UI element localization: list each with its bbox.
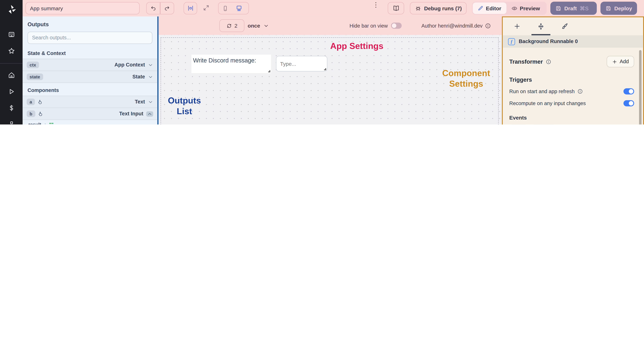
device-toggle-group: [218, 2, 249, 14]
settings-tabs: [503, 17, 643, 35]
tab-components-icon[interactable]: [537, 17, 545, 35]
chevron-up-icon[interactable]: [146, 111, 153, 116]
add-transformer-button[interactable]: Add: [606, 56, 634, 68]
pointer-hand-icon: [38, 99, 43, 104]
refresh-count-button[interactable]: 2: [219, 19, 244, 32]
debug-runs-label: Debug runs (7): [424, 5, 462, 11]
annotation-component-settings: ComponentSettings: [440, 68, 492, 89]
b-result-row[interactable]: result : "": [23, 120, 158, 124]
deploy-label: Deploy: [614, 5, 632, 11]
text-input-component[interactable]: [276, 56, 327, 72]
deploy-button[interactable]: Deploy: [600, 2, 637, 15]
recompute-toggle[interactable]: [624, 100, 634, 106]
runs-icon[interactable]: [6, 86, 17, 97]
app-settings-bar: 2 once Hide bar on view Author henri@win…: [158, 16, 502, 35]
a-badge: a: [27, 98, 35, 105]
more-menu-button[interactable]: ⋮: [372, 3, 377, 6]
author-label: Author henri@windmill.dev: [422, 23, 482, 28]
refresh-mode-select[interactable]: once: [248, 19, 269, 32]
draft-button[interactable]: Draft ⌘S: [550, 2, 597, 15]
info-icon: [578, 89, 583, 94]
hide-bar-toggle[interactable]: [391, 23, 402, 29]
events-heading: Events: [509, 115, 527, 121]
chevron-down-icon[interactable]: [148, 62, 153, 68]
state-type-label: State: [132, 74, 145, 80]
ctx-type-label: App Context: [114, 62, 145, 68]
undo-redo-group: [146, 2, 174, 14]
chevron-down-icon[interactable]: [148, 74, 153, 80]
selected-runnable-label: Background Runnable 0: [519, 38, 578, 44]
home-icon[interactable]: [6, 70, 17, 80]
result-value: "": [49, 122, 54, 124]
draft-label: Draft: [564, 5, 577, 11]
annotation-app-settings: App Settings: [330, 41, 384, 52]
component-settings-panel: f Background Runnable 0 Transformer Add …: [502, 16, 644, 124]
resize-handle[interactable]: [268, 70, 270, 72]
components-heading: Components: [23, 82, 158, 96]
mode-segmented-control: Editor Preview: [472, 2, 547, 15]
favorites-icon[interactable]: [6, 46, 17, 56]
refresh-mode-value: once: [248, 23, 260, 29]
type-input[interactable]: [276, 56, 327, 71]
annotation-outputs-list: OutputsList: [166, 95, 203, 116]
left-rail: [0, 0, 23, 124]
editor-tab-label: Editor: [486, 5, 501, 11]
output-row-state[interactable]: state State: [23, 71, 158, 83]
mobile-view-button[interactable]: [218, 2, 232, 14]
text-component-discord-label[interactable]: Write Discord message:: [192, 54, 271, 73]
app-summary-input[interactable]: [26, 2, 140, 14]
top-toolbar: ⋮ Debug runs (7) Editor Preview Draft ⌘S…: [23, 0, 644, 16]
outputs-panel: Outputs State & Context ctx App Context …: [23, 16, 158, 124]
undo-button[interactable]: [147, 2, 160, 14]
debug-runs-button[interactable]: Debug runs (7): [410, 2, 466, 14]
info-icon: [546, 59, 551, 64]
desktop-view-button[interactable]: [232, 2, 246, 14]
refresh-count: 2: [234, 23, 238, 29]
info-icon[interactable]: [485, 23, 491, 28]
state-context-heading: State & Context: [23, 46, 158, 59]
function-icon: f: [508, 38, 515, 45]
output-row-a[interactable]: a Text: [23, 96, 158, 108]
resize-handle[interactable]: [324, 68, 326, 70]
panel-scrollbar-thumb[interactable]: [639, 50, 642, 124]
windmill-logo-icon[interactable]: [6, 4, 17, 15]
redo-button[interactable]: [160, 2, 174, 14]
output-row-b[interactable]: b Text Input: [23, 108, 158, 120]
tab-editor[interactable]: Editor: [473, 2, 506, 14]
b-type-label: Text Input: [119, 111, 144, 117]
hide-bar-label: Hide bar on view: [350, 23, 388, 28]
tab-insert-plus-icon[interactable]: [514, 17, 521, 35]
a-type-label: Text: [135, 99, 145, 105]
fullscreen-button[interactable]: [203, 4, 210, 11]
ctx-badge: ctx: [27, 62, 39, 68]
pointer-hand-icon: [38, 111, 43, 116]
chevron-down-icon[interactable]: [148, 99, 153, 104]
triggers-heading: Triggers: [509, 76, 532, 83]
docs-book-button[interactable]: [388, 2, 404, 14]
resources-icon[interactable]: [6, 119, 17, 124]
app-canvas[interactable]: App Settings OutputsList ComponentSettin…: [158, 35, 502, 124]
result-key: result: [28, 122, 41, 124]
b-badge: b: [27, 110, 35, 117]
run-on-start-label: Run on start and app refresh: [509, 88, 574, 94]
run-on-start-toggle[interactable]: [624, 88, 634, 94]
tab-preview[interactable]: Preview: [506, 2, 545, 14]
outputs-title: Outputs: [23, 16, 158, 28]
preview-tab-label: Preview: [520, 5, 540, 11]
variables-icon[interactable]: [6, 103, 17, 114]
search-outputs-input[interactable]: [28, 32, 152, 44]
draft-shortcut: ⌘S: [580, 5, 588, 11]
center-layout-button[interactable]: [184, 2, 197, 14]
tab-styling-brush-icon[interactable]: [561, 17, 568, 35]
output-row-ctx[interactable]: ctx App Context: [23, 59, 158, 71]
selected-runnable-header[interactable]: f Background Runnable 0: [503, 35, 643, 48]
transformer-heading: Transformer: [509, 58, 543, 65]
state-badge: state: [27, 74, 43, 80]
rail-divider: [0, 63, 23, 64]
windmill-app-editor: ⋮ Debug runs (7) Editor Preview Draft ⌘S…: [0, 0, 644, 124]
recompute-label: Recompute on any input changes: [509, 100, 586, 106]
workspace-icon[interactable]: [6, 29, 17, 40]
add-label: Add: [620, 59, 629, 64]
